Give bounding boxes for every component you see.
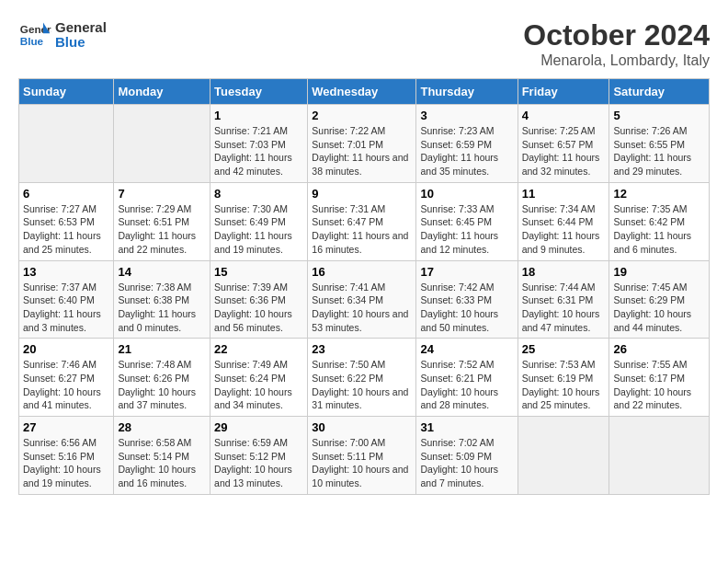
day-info: Sunrise: 7:53 AMSunset: 6:19 PMDaylight:…	[522, 358, 606, 412]
calendar-cell: 29Sunrise: 6:59 AMSunset: 5:12 PMDayligh…	[210, 417, 308, 495]
day-number: 18	[522, 265, 606, 279]
day-number: 31	[420, 420, 513, 434]
day-number: 20	[23, 342, 109, 356]
calendar-cell: 6Sunrise: 7:27 AMSunset: 6:53 PMDaylight…	[19, 182, 114, 260]
calendar-cell: 17Sunrise: 7:42 AMSunset: 6:33 PMDayligh…	[416, 260, 518, 339]
logo-icon: General Blue	[18, 18, 51, 52]
calendar-cell: 27Sunrise: 6:56 AMSunset: 5:16 PMDayligh…	[19, 417, 114, 495]
day-info: Sunrise: 7:31 AMSunset: 6:47 PMDaylight:…	[312, 202, 412, 257]
calendar-header-row: SundayMondayTuesdayWednesdayThursdayFrid…	[19, 79, 710, 105]
day-number: 29	[214, 420, 303, 434]
day-number: 28	[118, 420, 206, 434]
calendar-week-4: 20Sunrise: 7:46 AMSunset: 6:27 PMDayligh…	[19, 339, 710, 417]
calendar-cell: 10Sunrise: 7:33 AMSunset: 6:45 PMDayligh…	[416, 182, 518, 260]
day-info: Sunrise: 7:22 AMSunset: 7:01 PMDaylight:…	[312, 124, 412, 178]
day-info: Sunrise: 6:58 AMSunset: 5:14 PMDaylight:…	[118, 436, 206, 490]
calendar-cell: 16Sunrise: 7:41 AMSunset: 6:34 PMDayligh…	[308, 260, 416, 339]
day-number: 6	[23, 187, 109, 201]
calendar-table: SundayMondayTuesdayWednesdayThursdayFrid…	[18, 78, 710, 495]
col-header-tuesday: Tuesday	[210, 79, 308, 105]
day-info: Sunrise: 7:33 AMSunset: 6:45 PMDaylight:…	[420, 202, 513, 257]
calendar-cell	[518, 417, 609, 495]
day-number: 25	[522, 342, 606, 356]
day-info: Sunrise: 7:21 AMSunset: 7:03 PMDaylight:…	[214, 124, 303, 178]
day-info: Sunrise: 7:55 AMSunset: 6:17 PMDaylight:…	[613, 358, 705, 412]
calendar-cell: 13Sunrise: 7:37 AMSunset: 6:40 PMDayligh…	[19, 260, 114, 339]
calendar-cell: 9Sunrise: 7:31 AMSunset: 6:47 PMDaylight…	[308, 182, 416, 260]
calendar-cell: 3Sunrise: 7:23 AMSunset: 6:59 PMDaylight…	[416, 105, 518, 183]
calendar-cell: 23Sunrise: 7:50 AMSunset: 6:22 PMDayligh…	[308, 339, 416, 417]
day-number: 8	[214, 187, 303, 201]
day-number: 3	[420, 109, 513, 122]
day-info: Sunrise: 7:49 AMSunset: 6:24 PMDaylight:…	[214, 358, 303, 412]
day-info: Sunrise: 7:42 AMSunset: 6:33 PMDaylight:…	[420, 281, 513, 335]
day-info: Sunrise: 7:52 AMSunset: 6:21 PMDaylight:…	[420, 358, 513, 412]
calendar-cell: 2Sunrise: 7:22 AMSunset: 7:01 PMDaylight…	[308, 105, 416, 183]
day-number: 5	[613, 109, 705, 122]
day-info: Sunrise: 6:56 AMSunset: 5:16 PMDaylight:…	[23, 436, 109, 490]
day-info: Sunrise: 7:25 AMSunset: 6:57 PMDaylight:…	[522, 124, 606, 178]
calendar-cell: 19Sunrise: 7:45 AMSunset: 6:29 PMDayligh…	[609, 260, 710, 339]
calendar-cell: 12Sunrise: 7:35 AMSunset: 6:42 PMDayligh…	[609, 182, 710, 260]
day-info: Sunrise: 7:39 AMSunset: 6:36 PMDaylight:…	[214, 281, 303, 335]
day-info: Sunrise: 7:46 AMSunset: 6:27 PMDaylight:…	[23, 358, 109, 412]
day-number: 15	[214, 265, 303, 279]
day-number: 14	[118, 265, 206, 279]
logo: General Blue General Blue	[18, 18, 107, 52]
day-info: Sunrise: 7:00 AMSunset: 5:11 PMDaylight:…	[312, 436, 412, 490]
calendar-week-3: 13Sunrise: 7:37 AMSunset: 6:40 PMDayligh…	[19, 260, 710, 339]
header: General Blue General Blue October 2024 M…	[18, 18, 710, 69]
day-number: 13	[23, 265, 109, 279]
day-number: 23	[312, 342, 412, 356]
day-number: 24	[420, 342, 513, 356]
day-number: 26	[613, 342, 705, 356]
calendar-cell: 4Sunrise: 7:25 AMSunset: 6:57 PMDaylight…	[518, 105, 609, 183]
day-info: Sunrise: 7:29 AMSunset: 6:51 PMDaylight:…	[118, 202, 206, 257]
calendar-cell: 25Sunrise: 7:53 AMSunset: 6:19 PMDayligh…	[518, 339, 609, 417]
calendar-cell: 5Sunrise: 7:26 AMSunset: 6:55 PMDaylight…	[609, 105, 710, 183]
svg-text:Blue: Blue	[20, 35, 44, 47]
day-number: 19	[613, 265, 705, 279]
day-info: Sunrise: 7:38 AMSunset: 6:38 PMDaylight:…	[118, 281, 206, 335]
logo-general: General	[55, 20, 107, 36]
calendar-cell: 24Sunrise: 7:52 AMSunset: 6:21 PMDayligh…	[416, 339, 518, 417]
day-info: Sunrise: 7:45 AMSunset: 6:29 PMDaylight:…	[613, 281, 705, 335]
day-number: 9	[312, 187, 412, 201]
day-info: Sunrise: 7:41 AMSunset: 6:34 PMDaylight:…	[312, 281, 412, 335]
calendar-cell: 7Sunrise: 7:29 AMSunset: 6:51 PMDaylight…	[114, 182, 210, 260]
col-header-friday: Friday	[518, 79, 609, 105]
day-info: Sunrise: 7:27 AMSunset: 6:53 PMDaylight:…	[23, 202, 109, 257]
calendar-cell: 31Sunrise: 7:02 AMSunset: 5:09 PMDayligh…	[416, 417, 518, 495]
calendar-cell: 1Sunrise: 7:21 AMSunset: 7:03 PMDaylight…	[210, 105, 308, 183]
calendar-cell: 20Sunrise: 7:46 AMSunset: 6:27 PMDayligh…	[19, 339, 114, 417]
calendar-cell: 21Sunrise: 7:48 AMSunset: 6:26 PMDayligh…	[114, 339, 210, 417]
day-info: Sunrise: 7:35 AMSunset: 6:42 PMDaylight:…	[613, 202, 705, 257]
calendar-cell	[609, 417, 710, 495]
day-info: Sunrise: 7:48 AMSunset: 6:26 PMDaylight:…	[118, 358, 206, 412]
day-number: 10	[420, 187, 513, 201]
day-number: 4	[522, 109, 606, 122]
day-number: 27	[23, 420, 109, 434]
day-number: 1	[214, 109, 303, 122]
day-number: 7	[118, 187, 206, 201]
calendar-cell: 28Sunrise: 6:58 AMSunset: 5:14 PMDayligh…	[114, 417, 210, 495]
day-info: Sunrise: 7:50 AMSunset: 6:22 PMDaylight:…	[312, 358, 412, 412]
calendar-week-1: 1Sunrise: 7:21 AMSunset: 7:03 PMDaylight…	[19, 105, 710, 183]
col-header-wednesday: Wednesday	[308, 79, 416, 105]
calendar-week-5: 27Sunrise: 6:56 AMSunset: 5:16 PMDayligh…	[19, 417, 710, 495]
col-header-thursday: Thursday	[416, 79, 518, 105]
day-info: Sunrise: 7:02 AMSunset: 5:09 PMDaylight:…	[420, 436, 513, 490]
calendar-cell: 14Sunrise: 7:38 AMSunset: 6:38 PMDayligh…	[114, 260, 210, 339]
title-area: October 2024 Menarola, Lombardy, Italy	[523, 18, 710, 69]
day-info: Sunrise: 7:44 AMSunset: 6:31 PMDaylight:…	[522, 281, 606, 335]
calendar-cell: 26Sunrise: 7:55 AMSunset: 6:17 PMDayligh…	[609, 339, 710, 417]
day-info: Sunrise: 7:26 AMSunset: 6:55 PMDaylight:…	[613, 124, 705, 178]
calendar-cell: 22Sunrise: 7:49 AMSunset: 6:24 PMDayligh…	[210, 339, 308, 417]
day-number: 2	[312, 109, 412, 122]
calendar-cell: 11Sunrise: 7:34 AMSunset: 6:44 PMDayligh…	[518, 182, 609, 260]
col-header-monday: Monday	[114, 79, 210, 105]
calendar-cell: 8Sunrise: 7:30 AMSunset: 6:49 PMDaylight…	[210, 182, 308, 260]
day-info: Sunrise: 7:37 AMSunset: 6:40 PMDaylight:…	[23, 281, 109, 335]
logo-blue: Blue	[55, 35, 107, 51]
day-info: Sunrise: 6:59 AMSunset: 5:12 PMDaylight:…	[214, 436, 303, 490]
